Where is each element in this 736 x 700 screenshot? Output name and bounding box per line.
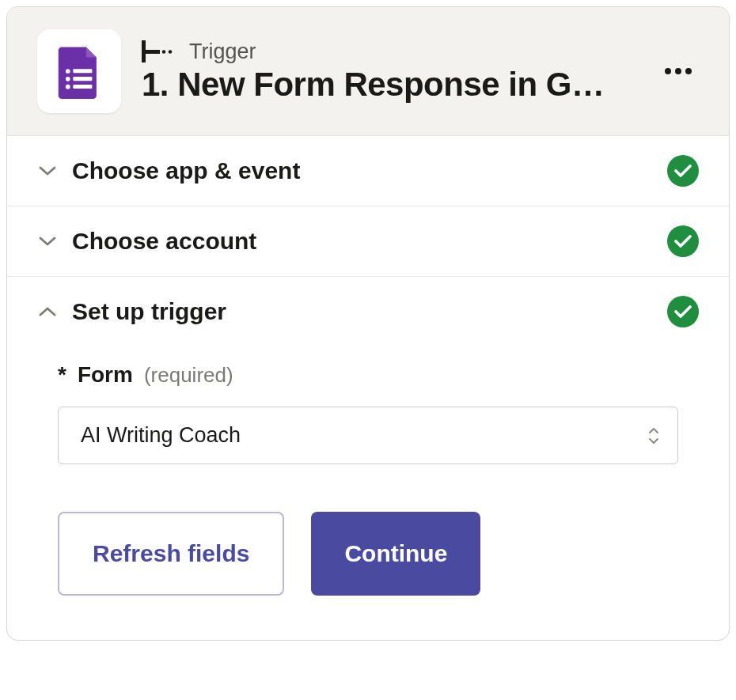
step-card: Trigger 1. New Form Response in G… Choos… [6,6,730,641]
section-header-choose-app-event[interactable]: Choose app & event [7,136,729,206]
checkmark-icon [674,164,692,178]
step-title: 1. New Form Response in G… [142,66,615,104]
continue-button[interactable]: Continue [311,512,480,596]
form-select[interactable]: AI Writing Coach [58,407,678,464]
refresh-fields-button[interactable]: Refresh fields [58,512,284,596]
form-select-value: AI Writing Coach [81,423,241,448]
section-header-choose-account[interactable]: Choose account [7,206,729,276]
section-set-up-trigger: Set up trigger * Form (required) AI Writ… [7,277,729,640]
more-options-button[interactable] [659,52,697,90]
svg-rect-5 [73,85,92,89]
required-asterisk: * [58,362,66,388]
svg-rect-1 [73,69,92,73]
trigger-label: Trigger [189,40,256,64]
svg-point-8 [162,50,166,54]
svg-rect-7 [146,50,160,54]
step-header: Trigger 1. New Form Response in G… [7,7,729,136]
status-check-badge [667,225,699,257]
more-dots-icon [665,68,692,74]
section-title: Choose app & event [72,157,653,184]
status-check-badge [667,296,699,327]
field-required-hint: (required) [144,363,233,388]
svg-point-9 [169,50,173,54]
svg-rect-3 [73,77,92,81]
checkmark-icon [674,234,692,248]
svg-point-2 [66,77,70,81]
header-top-row: Trigger [142,40,615,64]
section-choose-account: Choose account [7,206,729,277]
svg-point-0 [66,69,70,74]
svg-point-4 [66,85,70,89]
section-header-set-up-trigger[interactable]: Set up trigger [7,277,729,346]
section-title: Set up trigger [72,298,653,325]
status-check-badge [667,155,699,187]
field-label-row: * Form (required) [58,362,678,388]
button-row: Refresh fields Continue [58,512,678,596]
chevron-down-icon [37,165,58,176]
section-title: Choose account [72,228,653,255]
google-forms-icon [51,44,107,99]
svg-rect-6 [142,40,146,62]
checkmark-icon [674,305,692,319]
section-choose-app-event: Choose app & event [7,136,729,206]
field-label-form: Form [78,362,133,388]
app-icon-google-forms [37,29,121,113]
chevron-up-icon [37,306,58,317]
trigger-icon [142,40,176,62]
section-body-set-up-trigger: * Form (required) AI Writing Coach Refre… [7,346,729,640]
chevron-down-icon [37,236,58,247]
header-text-block: Trigger 1. New Form Response in G… [142,40,615,104]
sort-caret-icon [647,427,660,445]
